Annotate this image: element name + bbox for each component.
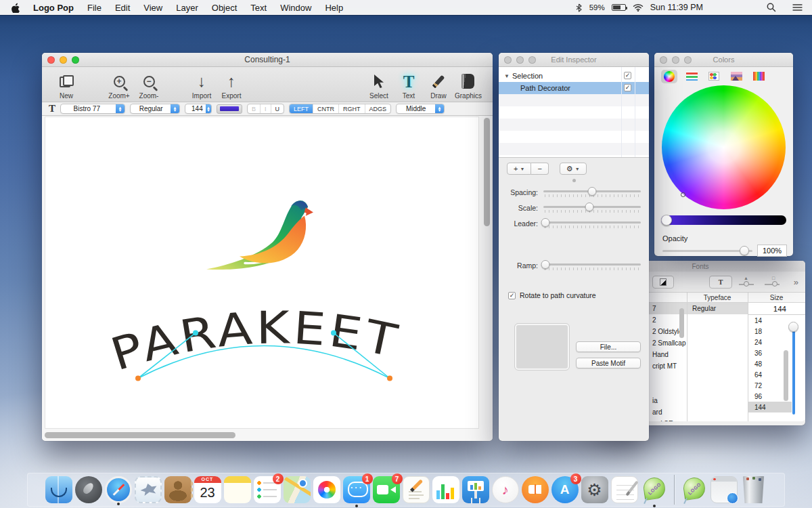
dock-calendar[interactable]: OCT23 [194,476,221,503]
dock-ibooks[interactable] [522,476,549,503]
dock-safari[interactable] [105,476,132,503]
anchor-point[interactable] [387,376,392,381]
menu-help[interactable]: Help [318,3,350,13]
align-rght-button[interactable]: RGHT [339,104,365,113]
dock-launchpad[interactable] [75,476,102,503]
menu-window[interactable]: Window [273,3,318,13]
slider-thumb[interactable] [541,218,549,227]
bluetooth-icon[interactable] [575,3,583,12]
vertical-align-dropdown[interactable]: Middle▲▼ [396,104,445,114]
decorator-tree[interactable]: ▼Selection✓Path Decorator✓ [499,67,649,158]
horizontal-scrollbar[interactable] [45,432,235,438]
opacity-slider[interactable] [662,250,752,252]
brightness-thumb[interactable] [661,215,672,226]
text-color-well[interactable] [217,104,242,114]
control-handle[interactable] [193,331,198,336]
menu-clock[interactable]: Sun 11:39 PM [650,3,703,12]
disclosure-triangle-icon[interactable]: ▼ [504,73,510,79]
motif-image-well[interactable] [515,324,569,370]
toolbar-graphics-button[interactable]: Graphics [453,70,483,100]
size-field[interactable]: 144 [748,303,805,315]
dock-maps[interactable] [284,476,311,503]
toolbar-overflow-icon[interactable]: » [794,277,798,287]
color-sliders-tab[interactable] [683,70,700,83]
menu-edit[interactable]: Edit [108,3,137,13]
ramp-slider[interactable] [543,260,641,274]
dock-contacts[interactable] [164,476,191,503]
align-cntr-button[interactable]: CNTR [313,104,339,113]
typeface-list[interactable]: Regular [687,303,748,421]
enabled-checkbox[interactable]: ✓ [624,72,631,79]
menu-text[interactable]: Text [244,3,273,13]
dock-logopop[interactable]: LOGO [641,476,668,503]
font-size-row[interactable]: 24 [748,337,792,347]
dock-notes[interactable] [224,476,251,503]
slider-thumb[interactable] [541,260,549,269]
canvas-page[interactable]: PARAKEET [45,117,479,429]
font-size-row[interactable]: 18 [748,326,792,337]
dock-itunes[interactable]: ♪ [492,476,519,503]
font-size-row[interactable]: 14 [748,315,792,326]
window-titlebar[interactable]: Consulting-1 [42,53,493,67]
style-i-button[interactable]: I [261,104,271,113]
opacity-thumb[interactable] [740,246,749,255]
family-scrollbar[interactable] [679,308,684,338]
inspector-titlebar[interactable]: Edit Inspector [499,53,649,67]
slider-thumb[interactable] [585,203,593,211]
dock-facetime[interactable]: 7 [373,476,400,503]
scale-slider[interactable] [543,203,641,216]
size-slider[interactable] [788,320,799,415]
toolbar-export-button[interactable]: ↑Export [217,70,246,100]
zoom-button[interactable] [72,56,79,64]
dock-textedit[interactable] [611,476,638,503]
dock-trash[interactable] [742,476,765,503]
spacing-slider[interactable] [543,187,641,200]
shadow-blur-slider[interactable]: □ [762,276,782,289]
dock-photos[interactable] [313,476,340,503]
document-color-button[interactable] [652,276,674,289]
tree-row-selection[interactable]: ▼Selection✓ [499,70,649,82]
minimize-button[interactable] [60,56,67,64]
color-palettes-tab[interactable] [706,70,722,83]
toolbar-select-button[interactable]: Select [364,70,394,100]
typeface-row-selected[interactable]: Regular [687,303,748,314]
dock-keynote[interactable] [462,476,489,503]
menu-file[interactable]: File [81,3,108,13]
toolbar-zoom-in-button[interactable]: +Zoom+ [104,70,134,100]
toolbar-zoom-out-button[interactable]: −Zoom- [134,70,164,100]
font-size-dropdown[interactable]: 144▲▼ [185,104,212,114]
dock-numbers[interactable] [432,476,459,503]
style-b-button[interactable]: B [248,104,261,113]
toolbar-draw-button[interactable]: Draw [424,70,453,100]
dock-pages[interactable] [403,476,430,503]
text-shadow-button[interactable]: T [709,276,732,289]
size-scrollbar[interactable] [784,350,788,401]
close-button[interactable] [47,56,55,64]
enabled-checkbox[interactable]: ✓ [624,84,631,91]
image-palettes-tab[interactable] [728,70,744,83]
toolbar-import-button[interactable]: ↓Import [187,70,217,100]
font-family-dropdown[interactable]: Bistro 77▲▼ [60,104,125,114]
dock-appstore[interactable]: A3 [551,476,579,503]
align-adgs-button[interactable]: ADGS [365,104,391,113]
dock-logopop-doc[interactable]: LOGO [681,476,708,503]
gear-menu-button[interactable]: ⚙▼ [560,163,587,175]
toolbar-new-button[interactable]: New [51,70,81,100]
size-slider-knob[interactable] [788,322,798,332]
file-button[interactable]: File... [576,341,641,352]
dock-reminders[interactable]: 2 [254,476,281,503]
dock-mail[interactable] [135,476,162,503]
color-wheel-tab[interactable] [661,70,677,83]
align-left-button[interactable]: LEFT [290,104,313,113]
toolbar-text-button[interactable]: TText [394,70,424,100]
dock-sysprefs[interactable]: ⚙ [581,476,608,503]
opacity-value-field[interactable]: 100% [757,245,787,257]
dock-finder[interactable] [45,476,72,503]
anchor-point[interactable] [135,376,141,381]
rotate-checkbox-row[interactable]: ✓ Rotate to path curvature [508,291,596,299]
brightness-slider[interactable] [661,215,786,225]
dock-download-doc[interactable] [710,476,738,503]
slider-thumb[interactable] [588,187,597,196]
menu-layer[interactable]: Layer [169,3,205,13]
paste-motif-button[interactable]: Paste Motif [576,358,641,368]
